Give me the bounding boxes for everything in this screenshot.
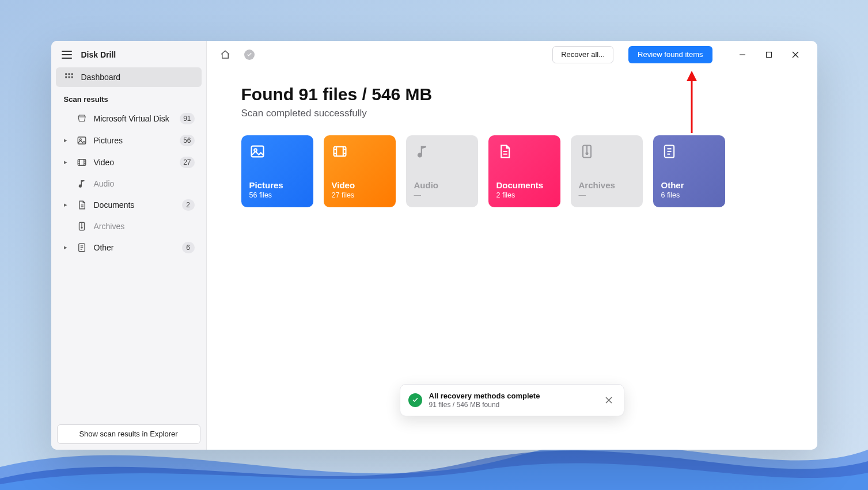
sidebar-item-label: Audio	[94, 179, 195, 188]
recover-all-button[interactable]: Recover all...	[552, 46, 613, 63]
sidebar-item-label: Pictures	[94, 136, 173, 145]
sidebar-item-microsoft-virtual-disk[interactable]: ▸Microsoft Virtual Disk91	[56, 108, 202, 129]
tile-other[interactable]: Other6 files	[653, 135, 725, 207]
svg-rect-28	[251, 146, 263, 157]
picture-icon	[249, 143, 266, 159]
sidebar-item-other[interactable]: ▸Other6	[56, 237, 202, 258]
completion-toast: All recovery methods complete 91 files /…	[400, 384, 624, 416]
tile-archives: Archives—	[571, 135, 643, 207]
svg-rect-2	[71, 73, 73, 75]
hamburger-icon[interactable]	[62, 51, 72, 59]
results-headline: Found 91 files / 546 MB	[241, 85, 783, 104]
home-icon[interactable]	[217, 47, 233, 63]
sidebar-item-label: Other	[94, 243, 175, 252]
sidebar-item-label: Microsoft Virtual Disk	[94, 114, 173, 123]
chevron-right-icon: ▸	[62, 201, 70, 208]
tile-name: Archives	[579, 180, 635, 190]
svg-rect-0	[65, 73, 67, 75]
svg-rect-1	[68, 73, 70, 75]
sidebar-item-video[interactable]: ▸Video27	[56, 152, 202, 173]
results-content: Found 91 files / 546 MB Scan completed s…	[207, 69, 817, 223]
tile-pictures[interactable]: Pictures56 files	[241, 135, 313, 207]
toast-title: All recovery methods complete	[429, 392, 540, 400]
sidebar-item-documents[interactable]: ▸Documents2	[56, 195, 202, 215]
sidebar-item-count: 56	[180, 135, 194, 146]
svg-rect-8	[78, 159, 86, 165]
tile-name: Audio	[414, 180, 470, 190]
scan-results-list: ▸Microsoft Virtual Disk91▸Pictures56▸Vid…	[51, 107, 206, 259]
document-icon	[496, 143, 513, 159]
sidebar-dashboard[interactable]: Dashboard	[56, 67, 202, 87]
tile-name: Other	[661, 180, 717, 190]
chevron-right-icon: ▸	[62, 244, 70, 251]
maximize-icon[interactable]	[757, 46, 780, 63]
video-icon	[332, 143, 348, 159]
sidebar-item-count: 91	[180, 113, 194, 124]
success-check-icon	[408, 393, 422, 407]
grid-icon	[64, 72, 74, 82]
status-check-icon[interactable]	[241, 47, 257, 63]
sidebar-item-count: 2	[182, 199, 195, 211]
toast-close-icon[interactable]	[602, 393, 616, 407]
document-icon	[77, 200, 87, 210]
svg-rect-30	[333, 146, 346, 155]
tile-name: Documents	[496, 180, 552, 190]
chevron-right-icon: ▸	[62, 158, 70, 166]
other-icon	[661, 143, 677, 159]
archive-icon	[579, 143, 595, 159]
review-found-button[interactable]: Review found items	[628, 46, 712, 63]
svg-rect-4	[68, 76, 70, 78]
tile-name: Video	[332, 180, 388, 190]
other-icon	[77, 242, 87, 253]
video-icon	[77, 157, 87, 168]
tile-video[interactable]: Video27 files	[324, 135, 396, 207]
main-pane: Recover all... Review found items Found …	[207, 41, 817, 450]
sidebar-item-count: 27	[180, 157, 194, 168]
sidebar-item-pictures[interactable]: ▸Pictures56	[56, 130, 202, 151]
category-tiles: Pictures56 filesVideo27 filesAudio—Docum…	[241, 135, 783, 207]
sidebar-section-label: Scan results	[51, 88, 206, 107]
sidebar-item-archives: ▸Archives	[56, 216, 202, 236]
chevron-right-icon: ▸	[62, 136, 70, 144]
sidebar-item-label: Video	[94, 158, 173, 167]
topbar: Recover all... Review found items	[207, 41, 817, 69]
app-title: Disk Drill	[81, 50, 116, 59]
tile-count: —	[579, 191, 635, 199]
archive-icon	[77, 221, 87, 231]
svg-rect-25	[766, 52, 771, 57]
minimize-icon[interactable]	[731, 46, 754, 63]
audio-icon	[77, 178, 87, 189]
close-icon[interactable]	[784, 46, 807, 63]
toast-subtitle: 91 files / 546 MB found	[429, 401, 540, 409]
sidebar: Disk Drill Dashboard Scan results ▸Micro…	[51, 41, 207, 450]
sidebar-header: Disk Drill	[51, 41, 206, 66]
svg-rect-3	[65, 76, 67, 78]
results-subhead: Scan completed successfully	[241, 108, 783, 119]
tile-audio: Audio—	[406, 135, 478, 207]
tile-count: 56 files	[249, 191, 305, 199]
tile-count: 2 files	[496, 191, 552, 199]
sidebar-item-label: Archives	[94, 222, 195, 231]
sidebar-item-audio: ▸Audio	[56, 174, 202, 193]
svg-rect-6	[78, 137, 86, 144]
svg-point-19	[81, 227, 82, 228]
sidebar-dashboard-label: Dashboard	[81, 73, 121, 82]
tile-count: 27 files	[332, 191, 388, 199]
sidebar-item-count: 6	[182, 242, 195, 253]
sidebar-item-label: Documents	[94, 200, 175, 210]
svg-rect-5	[71, 76, 73, 78]
svg-point-41	[586, 152, 587, 154]
sidebar-footer: Show scan results in Explorer	[51, 419, 206, 450]
window-controls	[731, 46, 807, 63]
picture-icon	[77, 135, 87, 146]
disk-icon	[77, 113, 87, 124]
show-explorer-button[interactable]: Show scan results in Explorer	[57, 424, 200, 444]
tile-count: —	[414, 191, 470, 199]
tile-name: Pictures	[249, 180, 305, 190]
tile-documents[interactable]: Documents2 files	[488, 135, 560, 207]
app-window: Disk Drill Dashboard Scan results ▸Micro…	[51, 41, 817, 450]
tile-count: 6 files	[661, 191, 717, 199]
audio-icon	[414, 143, 430, 159]
